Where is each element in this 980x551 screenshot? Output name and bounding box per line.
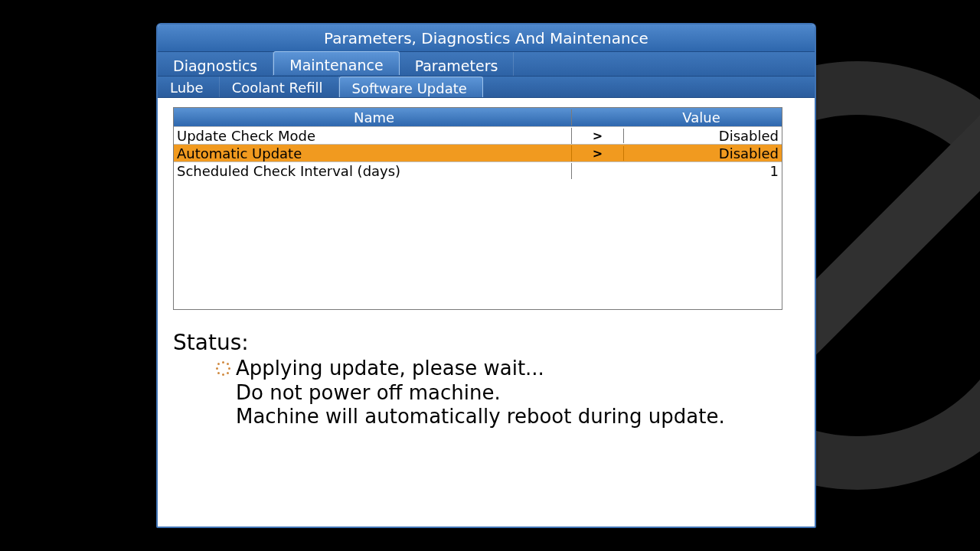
status-line: Applying update, please wait... <box>236 357 802 381</box>
subtab-label: Coolant Refill <box>232 80 323 96</box>
cell-arrow: > <box>572 146 624 161</box>
table-row[interactable]: Automatic Update > Disabled <box>174 144 782 161</box>
tab-diagnostics[interactable]: Diagnostics <box>158 52 273 76</box>
subtab-coolant-refill[interactable]: Coolant Refill <box>220 77 339 97</box>
table-body: Update Check Mode > Disabled Automatic U… <box>174 126 782 309</box>
sub-tabs: Lube Coolant Refill Software Update <box>158 77 815 98</box>
status-line: Machine will automatically reboot during… <box>236 405 802 429</box>
tab-label: Maintenance <box>289 57 383 73</box>
subtab-lube[interactable]: Lube <box>158 77 220 97</box>
cell-value: 1 <box>624 163 782 179</box>
top-tabs: Diagnostics Maintenance Parameters <box>158 52 815 77</box>
tab-maintenance[interactable]: Maintenance <box>273 51 399 75</box>
window-titlebar: Parameters, Diagnostics And Maintenance <box>158 24 815 52</box>
table-header: Name Value <box>174 108 782 126</box>
cell-value: Disabled <box>624 145 782 161</box>
spinner-icon <box>216 361 230 375</box>
subtab-software-update[interactable]: Software Update <box>339 77 483 97</box>
status-label: Status: <box>173 330 802 355</box>
subtab-label: Software Update <box>352 80 467 96</box>
status-text: Applying update, please wait... <box>236 357 544 380</box>
tab-label: Parameters <box>415 57 498 74</box>
content-pane: Name Value Update Check Mode > Disabled … <box>158 98 815 527</box>
table-row[interactable]: Scheduled Check Interval (days) 1 <box>174 161 782 179</box>
status-line: Do not power off machine. <box>236 381 802 406</box>
cell-value: Disabled <box>624 128 782 144</box>
main-window: Parameters, Diagnostics And Maintenance … <box>156 23 816 528</box>
window-title: Parameters, Diagnostics And Maintenance <box>324 29 648 47</box>
cell-arrow: > <box>572 129 624 143</box>
tab-parameters[interactable]: Parameters <box>400 52 514 76</box>
header-value: Value <box>624 109 782 126</box>
cell-name: Update Check Mode <box>174 128 572 144</box>
parameters-table: Name Value Update Check Mode > Disabled … <box>173 107 782 310</box>
tab-label: Diagnostics <box>173 57 257 74</box>
status-lines: Applying update, please wait... Do not p… <box>236 357 802 429</box>
table-row[interactable]: Update Check Mode > Disabled <box>174 126 782 144</box>
subtab-label: Lube <box>170 80 204 96</box>
status-area: Status: Applying update, please wait... … <box>173 330 802 429</box>
table-empty-area <box>174 179 782 309</box>
cell-name: Scheduled Check Interval (days) <box>174 163 572 179</box>
cell-name: Automatic Update <box>174 145 572 161</box>
header-name: Name <box>174 109 572 126</box>
